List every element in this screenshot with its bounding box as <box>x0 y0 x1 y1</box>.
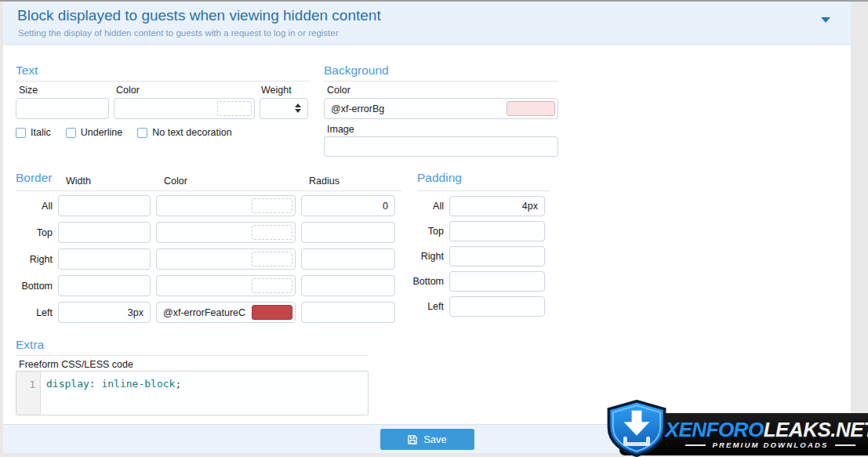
background-image-input[interactable] <box>324 136 558 157</box>
border-right-color-swatch[interactable] <box>252 252 292 267</box>
padding-left-input[interactable] <box>449 296 545 317</box>
underline-label: Underline <box>81 127 123 138</box>
border-left-radius-input[interactable] <box>301 302 395 323</box>
padding-row-right: Right <box>395 246 545 267</box>
border-top-color-swatch[interactable] <box>252 225 292 240</box>
text-color-swatch[interactable] <box>217 101 252 116</box>
border-all-radius-input[interactable] <box>301 195 395 216</box>
border-left-color-group <box>156 302 296 323</box>
background-section-divider <box>324 81 558 82</box>
border-all-color-group <box>156 195 296 216</box>
background-color-input[interactable] <box>325 99 507 118</box>
weight-select[interactable] <box>260 98 308 119</box>
border-left-color-swatch[interactable] <box>252 305 292 320</box>
border-bottom-color-group <box>156 275 296 296</box>
padding-bottom-input[interactable] <box>449 271 545 292</box>
page-subtitle: Setting the display of hidden content to… <box>18 28 339 38</box>
border-row-right: Right <box>13 248 395 270</box>
border-bottom-width-input[interactable] <box>58 275 151 296</box>
extra-section-heading: Extra <box>16 338 44 352</box>
padding-row-all: All <box>395 196 545 216</box>
border-row-label: All <box>13 201 58 212</box>
italic-checkbox[interactable] <box>16 128 26 138</box>
text-color-group <box>114 98 255 119</box>
border-row-label: Bottom <box>13 281 58 292</box>
css-value-token: inline-block <box>101 378 175 390</box>
block-style-panel: Block displayed to guests when viewing h… <box>3 2 851 453</box>
border-bottom-color-swatch[interactable] <box>252 278 292 293</box>
padding-right-input[interactable] <box>449 246 545 267</box>
border-section-heading: Border <box>16 171 53 185</box>
border-row-left: Left <box>13 302 395 323</box>
freeform-css-label: Freeform CSS/LESS code <box>19 359 133 370</box>
underline-checkbox[interactable] <box>66 128 76 138</box>
text-section-heading: Text <box>16 63 38 78</box>
border-left-color-input[interactable] <box>157 303 252 322</box>
border-top-width-input[interactable] <box>58 222 151 243</box>
watermark-brand: XenForoLeaks.net <box>666 419 868 440</box>
watermark-brand-primary: XenForo <box>666 418 764 441</box>
border-row-label: Top <box>13 227 58 238</box>
padding-row-label: Left <box>395 301 449 312</box>
border-row-all: All <box>13 195 395 216</box>
save-button[interactable]: Save <box>380 429 474 450</box>
padding-row-bottom: Bottom <box>395 271 545 292</box>
spinner-arrows-icon <box>295 103 301 113</box>
padding-all-input[interactable] <box>449 196 545 216</box>
border-row-top: Top <box>13 222 395 243</box>
padding-row-label: Bottom <box>395 276 449 287</box>
text-size-label: Size <box>19 85 38 96</box>
panel-header: Block displayed to guests when viewing h… <box>3 2 851 45</box>
text-size-input[interactable] <box>16 98 109 119</box>
padding-row-left: Left <box>395 296 545 317</box>
padding-section-heading: Padding <box>417 171 462 185</box>
border-bottom-radius-input[interactable] <box>301 275 395 296</box>
border-width-label: Width <box>66 176 91 187</box>
border-right-color-input[interactable] <box>157 249 252 269</box>
border-all-width-input[interactable] <box>58 195 151 216</box>
border-right-radius-input[interactable] <box>301 248 395 270</box>
padding-row-top: Top <box>395 221 545 241</box>
chevron-down-icon[interactable] <box>821 17 830 23</box>
padding-top-input[interactable] <box>449 221 545 241</box>
css-code-editor[interactable]: 1 display: inline-block; <box>16 371 369 415</box>
text-color-label: Color <box>116 85 140 96</box>
padding-row-label: Top <box>395 226 449 237</box>
text-section-divider <box>16 81 310 82</box>
padding-row-label: All <box>395 201 449 212</box>
line-number: 1 <box>29 379 35 390</box>
text-weight-label: Weight <box>261 85 292 96</box>
padding-row-label: Right <box>395 251 449 262</box>
extra-section-divider <box>16 355 369 356</box>
background-color-swatch[interactable] <box>507 101 555 116</box>
border-top-radius-input[interactable] <box>301 222 395 243</box>
xenforoleaks-watermark: XenForoLeaks.net Premium Downloads <box>604 400 868 457</box>
no-text-decoration-option: No text decoration <box>137 127 231 138</box>
text-decoration-options: Italic Underline No text decoration <box>16 127 232 138</box>
border-color-label: Color <box>164 176 187 187</box>
no-text-decoration-checkbox[interactable] <box>137 128 147 138</box>
border-top-color-input[interactable] <box>157 223 252 242</box>
css-separator-token: : <box>89 378 102 390</box>
border-right-width-input[interactable] <box>58 248 151 270</box>
underline-option: Underline <box>66 127 123 138</box>
padding-section-divider <box>417 190 550 191</box>
border-left-width-input[interactable] <box>58 302 151 323</box>
page-title: Block displayed to guests when viewing h… <box>17 7 381 24</box>
border-all-color-input[interactable] <box>157 196 252 216</box>
border-all-color-swatch[interactable] <box>252 198 292 213</box>
border-top-color-group <box>156 222 296 243</box>
border-row-label: Left <box>13 307 58 318</box>
border-row-bottom: Bottom <box>13 275 395 296</box>
background-color-group <box>324 98 558 119</box>
italic-option: Italic <box>16 127 51 138</box>
download-shield-icon <box>604 400 670 457</box>
css-property-token: display <box>46 378 89 390</box>
editor-code-line: display: inline-block; <box>41 372 368 415</box>
background-image-label: Image <box>327 124 354 135</box>
border-right-color-group <box>156 248 296 270</box>
border-bottom-color-input[interactable] <box>157 276 252 296</box>
text-color-input[interactable] <box>114 99 217 118</box>
editor-gutter: 1 <box>16 372 41 415</box>
no-text-decoration-label: No text decoration <box>152 127 231 138</box>
